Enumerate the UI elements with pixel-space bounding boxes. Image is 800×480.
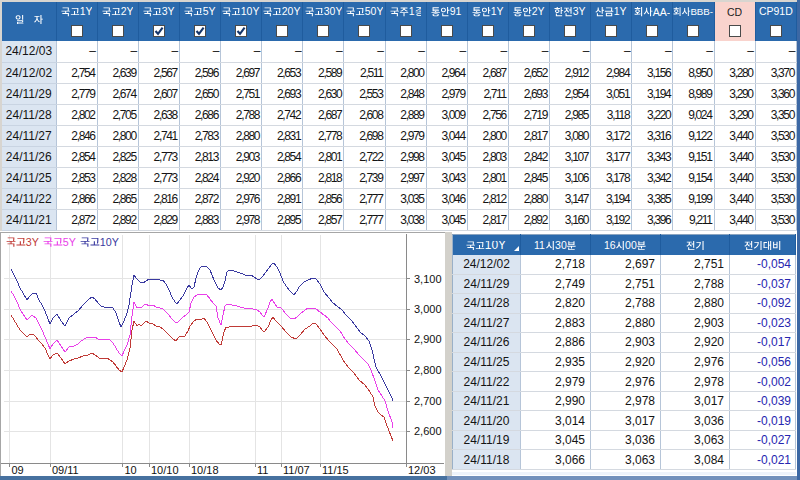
svg-text:11: 11 xyxy=(257,464,268,476)
svg-text:10Y: 10Y xyxy=(100,237,119,247)
svg-text:3,000: 3,000 xyxy=(414,303,442,315)
svg-text:CP91D: CP91D xyxy=(759,7,793,16)
svg-text:2Y: 2Y xyxy=(532,7,545,16)
svg-text:2Y: 2Y xyxy=(121,7,134,16)
svg-text:1Y: 1Y xyxy=(80,7,93,16)
svg-text:09/11: 09/11 xyxy=(52,464,79,476)
svg-text:3,100: 3,100 xyxy=(414,273,442,285)
svg-text:2,900: 2,900 xyxy=(414,333,442,345)
svg-text:3Y: 3Y xyxy=(573,7,586,16)
svg-text:2,600: 2,600 xyxy=(414,425,442,437)
svg-text:11: 11 xyxy=(534,241,545,250)
svg-text:11/07: 11/07 xyxy=(283,464,310,476)
svg-text:CD: CD xyxy=(727,7,742,16)
svg-text:91: 91 xyxy=(450,7,462,16)
svg-text:10Y: 10Y xyxy=(241,7,260,16)
svg-text:5Y: 5Y xyxy=(203,7,216,16)
svg-text:10Y: 10Y xyxy=(485,241,506,250)
svg-text:30: 30 xyxy=(556,241,568,250)
svg-text:1Y: 1Y xyxy=(614,7,627,16)
svg-text:10/10: 10/10 xyxy=(151,464,179,476)
svg-text:09: 09 xyxy=(12,464,24,476)
svg-text:10/18: 10/18 xyxy=(191,464,219,476)
svg-text:3Y: 3Y xyxy=(162,7,175,16)
svg-text:1Y: 1Y xyxy=(491,7,504,16)
svg-text:12/03: 12/03 xyxy=(408,464,436,476)
svg-text:AA-: AA- xyxy=(653,7,671,16)
svg-text:16: 16 xyxy=(604,241,616,250)
svg-text:1종: 1종 xyxy=(409,7,421,16)
svg-text:11/15: 11/15 xyxy=(322,464,349,476)
svg-text:5Y: 5Y xyxy=(63,237,76,247)
svg-text:BBB-: BBB- xyxy=(691,7,714,16)
svg-text:10: 10 xyxy=(125,464,137,476)
svg-text:20Y: 20Y xyxy=(282,7,301,16)
svg-text:30Y: 30Y xyxy=(323,7,342,16)
svg-text:50Y: 50Y xyxy=(364,7,383,16)
svg-text:3Y: 3Y xyxy=(26,237,39,247)
svg-text:2,700: 2,700 xyxy=(414,395,442,407)
svg-text:2,800: 2,800 xyxy=(414,364,442,376)
svg-text:00: 00 xyxy=(626,241,638,250)
